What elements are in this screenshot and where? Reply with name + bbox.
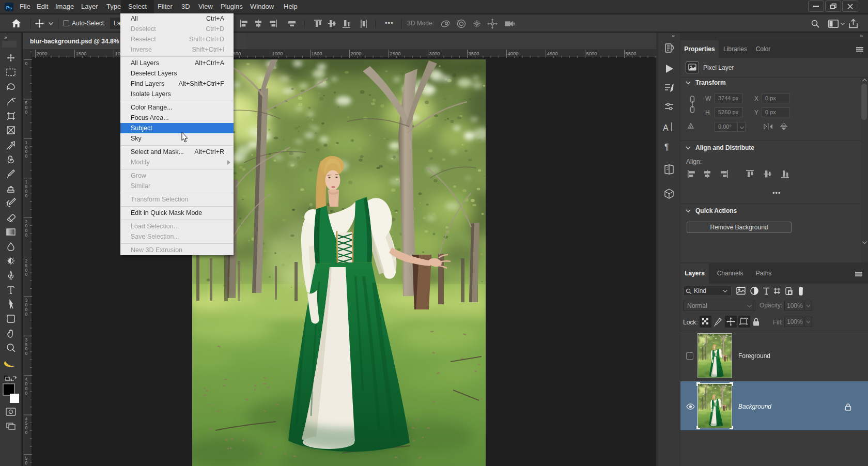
svg-text:5000: 5000 — [586, 51, 597, 56]
svg-text:3500: 3500 — [469, 51, 479, 56]
svg-text:0: 0 — [25, 193, 28, 198]
svg-text:4500: 4500 — [547, 51, 558, 56]
svg-text:500: 500 — [233, 51, 241, 56]
svg-text:4000: 4000 — [508, 51, 519, 56]
svg-text:0: 0 — [25, 61, 28, 66]
svg-text:3000: 3000 — [429, 51, 440, 56]
svg-text:0: 0 — [25, 153, 28, 159]
svg-text:1000: 1000 — [272, 51, 283, 56]
svg-text:0: 0 — [25, 232, 28, 238]
svg-text:0: 0 — [25, 272, 28, 277]
svg-text:2500: 2500 — [390, 51, 401, 56]
svg-text:Ps: Ps — [6, 5, 12, 10]
svg-text:A: A — [663, 123, 669, 132]
svg-text:5500: 5500 — [626, 51, 637, 56]
svg-text:0: 0 — [25, 312, 28, 317]
svg-text:0: 0 — [25, 391, 28, 396]
svg-text:1500: 1500 — [312, 51, 322, 56]
svg-text:0: 0 — [25, 430, 28, 435]
svg-text:¶: ¶ — [664, 143, 669, 151]
svg-text:«: « — [672, 33, 675, 39]
svg-text:2000: 2000 — [37, 51, 48, 56]
svg-text:0: 0 — [25, 351, 28, 356]
svg-text:2000: 2000 — [351, 51, 362, 56]
svg-text:»: » — [4, 35, 7, 40]
svg-text:1500: 1500 — [76, 51, 87, 56]
svg-text:0: 0 — [25, 110, 28, 115]
